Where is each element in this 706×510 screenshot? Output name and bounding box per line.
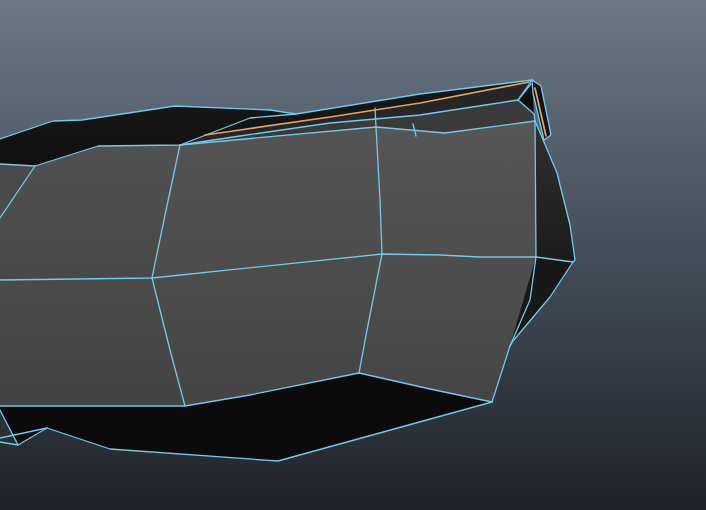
3d-viewport[interactable]: [0, 0, 706, 510]
mesh-faces-layer: [0, 80, 575, 461]
mesh-face-front-face-top-center[interactable]: [152, 127, 382, 278]
mesh-face-front-face-top-right[interactable]: [376, 121, 536, 257]
mesh-canvas[interactable]: [0, 0, 706, 510]
mesh-face-right-side-sliver[interactable]: [535, 121, 575, 262]
mesh-edge-bottom-sliver-b[interactable]: [0, 442, 18, 445]
